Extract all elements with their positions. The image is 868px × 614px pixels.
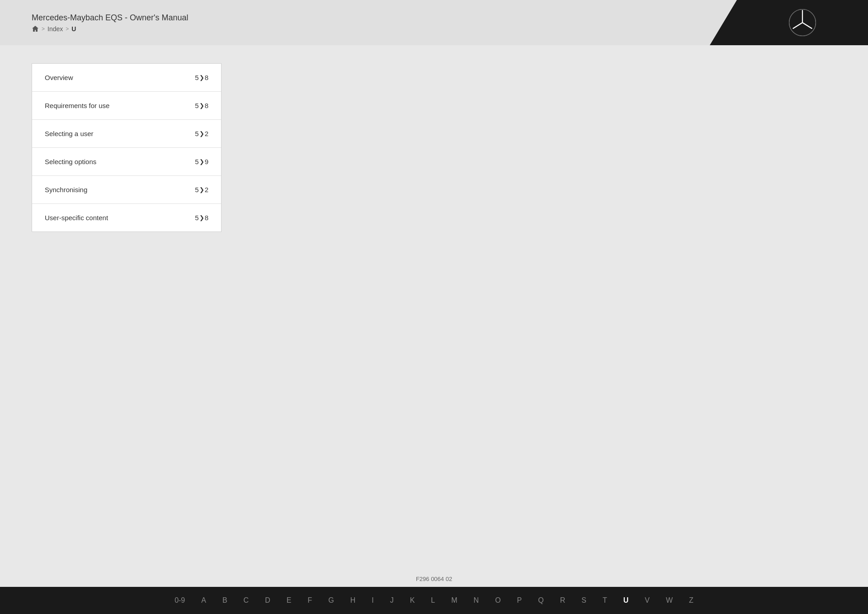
index-item-label: Selecting a user [45, 130, 94, 137]
page-arrow-icon: ❯ [199, 102, 204, 109]
page-arrow-icon: ❯ [199, 186, 204, 193]
breadcrumb-index[interactable]: Index [47, 25, 63, 33]
breadcrumb-sep-1: > [42, 26, 45, 32]
index-item-label: Requirements for use [45, 102, 109, 109]
index-item[interactable]: Synchronising5❯2 [32, 176, 221, 204]
index-item[interactable]: Overview5❯8 [32, 64, 221, 92]
alpha-item-D[interactable]: D [263, 596, 272, 605]
index-item-page: 5❯9 [195, 158, 208, 165]
alpha-item-W[interactable]: W [664, 596, 675, 605]
alpha-item-K[interactable]: K [408, 596, 417, 605]
alpha-item-U[interactable]: U [622, 596, 631, 605]
index-item[interactable]: Selecting a user5❯2 [32, 120, 221, 148]
alpha-item-F[interactable]: F [306, 596, 314, 605]
alpha-item-E[interactable]: E [285, 596, 293, 605]
alpha-item-T[interactable]: T [601, 596, 609, 605]
page-arrow-icon: ❯ [199, 74, 204, 81]
alpha-item-B[interactable]: B [221, 596, 229, 605]
breadcrumb-current: U [71, 25, 76, 33]
breadcrumb-sep-2: > [66, 26, 69, 32]
alpha-item-G[interactable]: G [326, 596, 335, 605]
doc-number: F296 0064 02 [416, 576, 452, 582]
index-item[interactable]: Requirements for use5❯8 [32, 92, 221, 120]
alpha-item-Z[interactable]: Z [687, 596, 695, 605]
bottom-nav: 0-9ABCDEFGHIJKLMNOPQRSTUVWZ [0, 587, 868, 614]
index-item-page: 5❯2 [195, 186, 208, 194]
alpha-item-A[interactable]: A [199, 596, 208, 605]
alpha-item-P[interactable]: P [515, 596, 524, 605]
home-icon[interactable] [32, 25, 39, 33]
page-arrow-icon: ❯ [199, 130, 204, 137]
index-item-page: 5❯8 [195, 74, 208, 81]
alpha-item-M[interactable]: M [449, 596, 459, 605]
alpha-item-Q[interactable]: Q [536, 596, 545, 605]
alphabet-nav: 0-9ABCDEFGHIJKLMNOPQRSTUVWZ [173, 596, 695, 605]
breadcrumb: > Index > U [32, 25, 189, 33]
page-arrow-icon: ❯ [199, 214, 204, 221]
alpha-item-C[interactable]: C [242, 596, 251, 605]
header: Mercedes-Maybach EQS - Owner's Manual > … [0, 0, 868, 45]
index-item-page: 5❯8 [195, 102, 208, 109]
index-item-label: Overview [45, 74, 73, 81]
alpha-item-I[interactable]: I [370, 596, 375, 605]
alpha-item-H[interactable]: H [349, 596, 358, 605]
header-left: Mercedes-Maybach EQS - Owner's Manual > … [32, 13, 189, 33]
alpha-item-O[interactable]: O [493, 596, 502, 605]
index-item-label: Selecting options [45, 158, 96, 165]
index-item-label: User-specific content [45, 214, 108, 222]
alpha-item-0-9[interactable]: 0-9 [173, 596, 187, 605]
main-content: Overview5❯8Requirements for use5❯8Select… [0, 45, 868, 250]
index-item-label: Synchronising [45, 186, 87, 194]
alpha-item-L[interactable]: L [429, 596, 437, 605]
alpha-item-V[interactable]: V [643, 596, 651, 605]
alpha-item-N[interactable]: N [472, 596, 481, 605]
index-item-page: 5❯2 [195, 130, 208, 137]
page-arrow-icon: ❯ [199, 158, 204, 165]
mercedes-logo [788, 8, 817, 37]
alpha-item-R[interactable]: R [558, 596, 567, 605]
alpha-item-J[interactable]: J [388, 596, 396, 605]
index-item[interactable]: User-specific content5❯8 [32, 204, 221, 231]
logo-area [710, 0, 868, 45]
index-item-page: 5❯8 [195, 214, 208, 222]
document-title: Mercedes-Maybach EQS - Owner's Manual [32, 13, 189, 23]
index-card: Overview5❯8Requirements for use5❯8Select… [32, 63, 222, 232]
alpha-item-S[interactable]: S [580, 596, 588, 605]
index-item[interactable]: Selecting options5❯9 [32, 148, 221, 176]
